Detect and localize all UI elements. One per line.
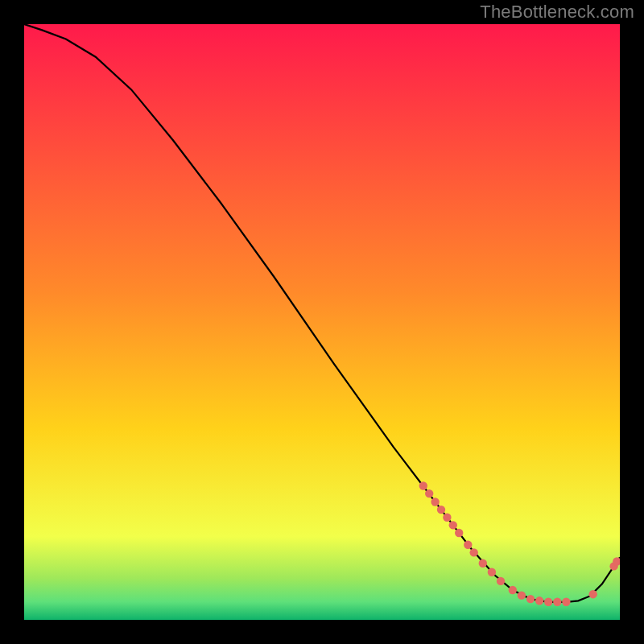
data-point <box>425 489 433 497</box>
data-point <box>526 595 535 603</box>
data-point <box>509 586 517 594</box>
data-point <box>443 514 451 522</box>
data-point <box>419 481 427 489</box>
data-point <box>455 529 463 537</box>
data-point <box>518 591 526 599</box>
chart-frame: TheBottleneck.com <box>0 0 644 644</box>
data-point <box>431 497 439 506</box>
main-curve <box>24 24 620 602</box>
data-points <box>419 481 620 606</box>
data-point <box>535 597 543 605</box>
data-point <box>562 598 570 606</box>
data-point <box>437 506 445 514</box>
data-point <box>553 598 561 606</box>
plot-area <box>24 24 620 620</box>
data-point <box>488 568 496 576</box>
data-point <box>479 559 487 568</box>
data-point <box>464 541 472 549</box>
watermark-text: TheBottleneck.com <box>480 2 634 23</box>
data-point <box>470 548 478 556</box>
data-point <box>449 521 457 529</box>
data-point <box>589 590 597 598</box>
chart-overlay <box>24 24 620 620</box>
data-point <box>544 598 552 606</box>
data-point <box>497 577 505 585</box>
